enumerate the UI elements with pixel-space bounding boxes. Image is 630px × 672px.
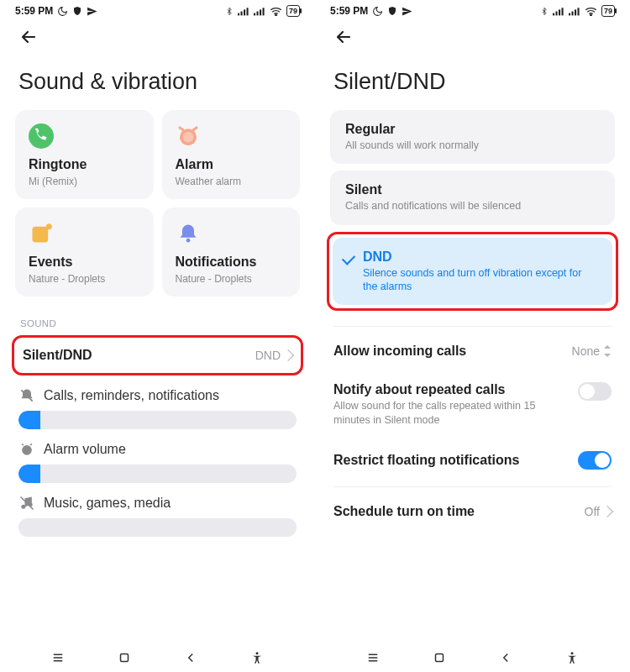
- system-nav-bar: [315, 642, 630, 672]
- nav-home-icon[interactable]: [117, 650, 132, 665]
- tile-label: Alarm: [176, 157, 287, 172]
- toggle-restrict-floating[interactable]: [578, 451, 612, 470]
- tile-ringtone[interactable]: Ringtone Mi (Remix): [15, 110, 154, 199]
- slider-alarm[interactable]: Alarm volume: [0, 434, 315, 488]
- signal-icon: [569, 7, 580, 16]
- row-title: Notify about repeated calls: [333, 382, 568, 397]
- svg-rect-37: [436, 654, 444, 662]
- battery-indicator: 79: [286, 5, 300, 17]
- signal-icon: [238, 7, 249, 16]
- svg-rect-26: [555, 11, 557, 15]
- tile-label: Notifications: [176, 255, 287, 270]
- svg-point-17: [21, 505, 25, 509]
- chevron-right-icon: [601, 506, 613, 517]
- svg-point-8: [276, 14, 277, 16]
- option-dnd[interactable]: DND Silence sounds and turn off vibratio…: [333, 238, 612, 306]
- shield-icon: [387, 6, 397, 16]
- nav-accessibility-icon[interactable]: [564, 650, 580, 665]
- svg-rect-31: [575, 9, 576, 15]
- nav-recents-icon[interactable]: [365, 650, 381, 665]
- nav-accessibility-icon[interactable]: [249, 650, 265, 665]
- row-sub: Allow sound for the calls repeated withi…: [333, 399, 568, 428]
- bluetooth-icon: [540, 6, 549, 17]
- back-icon[interactable]: [333, 27, 354, 47]
- svg-rect-5: [256, 11, 258, 15]
- slider-calls[interactable]: Calls, reminders, notifications: [0, 381, 315, 434]
- option-title: Silent: [345, 182, 600, 197]
- tile-notifications[interactable]: Notifications Nature - Droplets: [162, 207, 301, 297]
- slider-label: Calls, reminders, notifications: [44, 388, 219, 403]
- row-notify-repeated-calls[interactable]: Notify about repeated calls Allow sound …: [315, 370, 630, 439]
- nav-back-icon[interactable]: [183, 650, 198, 665]
- svg-rect-23: [121, 654, 129, 662]
- status-bar: 5:59 PM 79: [315, 0, 630, 18]
- sound-tile-grid: Ringtone Mi (Remix) Alarm Weather alarm …: [0, 110, 315, 297]
- calendar-icon: [29, 221, 54, 246]
- option-silent[interactable]: Silent Calls and notifications will be s…: [330, 171, 615, 224]
- tile-alarm[interactable]: Alarm Weather alarm: [162, 110, 301, 199]
- highlight-dnd-option: DND Silence sounds and turn off vibratio…: [327, 232, 618, 312]
- slider-label: Music, games, media: [44, 496, 171, 511]
- row-allow-incoming-calls[interactable]: Allow incoming calls None: [315, 332, 630, 370]
- nav-back-icon[interactable]: [498, 650, 513, 665]
- slider-track[interactable]: [18, 411, 297, 429]
- wifi-icon: [585, 6, 597, 16]
- tile-events[interactable]: Events Nature - Droplets: [15, 207, 154, 297]
- highlight-silent-dnd: Silent/DND DND: [12, 335, 303, 375]
- toggle-repeated-calls[interactable]: [578, 382, 612, 401]
- screen-silent-dnd: 5:59 PM 79 Silent/DND Regular All sounds…: [315, 0, 630, 672]
- svg-point-13: [46, 223, 52, 229]
- row-schedule-turn-on[interactable]: Schedule turn on time Off: [315, 492, 630, 531]
- bluetooth-icon: [225, 6, 234, 17]
- svg-rect-12: [33, 227, 49, 243]
- alarm-clock-icon: [18, 441, 35, 458]
- wifi-icon: [270, 6, 282, 16]
- nav-home-icon[interactable]: [432, 650, 447, 665]
- send-icon: [87, 6, 97, 17]
- moon-icon: [57, 6, 68, 17]
- svg-rect-30: [571, 11, 573, 15]
- svg-point-38: [570, 652, 573, 654]
- dnd-mode-options: Regular All sounds will work normally Si…: [315, 110, 630, 311]
- tile-sub: Nature - Droplets: [29, 273, 140, 285]
- section-label-sound: SOUND: [0, 297, 315, 333]
- svg-rect-25: [553, 13, 554, 15]
- moon-icon: [372, 6, 383, 17]
- back-icon[interactable]: [18, 27, 39, 47]
- svg-rect-4: [254, 13, 255, 15]
- svg-point-33: [591, 14, 592, 16]
- divider: [333, 326, 612, 327]
- phone-icon: [29, 123, 54, 149]
- svg-rect-32: [577, 8, 579, 15]
- row-title: Silent/DND: [23, 348, 92, 363]
- tile-sub: Mi (Remix): [29, 176, 140, 187]
- tile-label: Events: [29, 255, 140, 270]
- option-regular[interactable]: Regular All sounds will work normally: [330, 110, 615, 164]
- divider: [333, 486, 612, 487]
- option-sub: All sounds will work normally: [345, 139, 600, 152]
- tile-sub: Weather alarm: [176, 176, 287, 187]
- screen-sound-vibration: 5:59 PM 79 Sound & vibration Ringtone Mi…: [0, 0, 315, 672]
- status-time: 5:59 PM: [15, 5, 53, 17]
- slider-track[interactable]: [18, 518, 297, 537]
- shield-icon: [72, 6, 82, 16]
- slider-track[interactable]: [18, 465, 297, 483]
- battery-indicator: 79: [601, 5, 615, 17]
- svg-rect-29: [569, 13, 570, 15]
- alarm-clock-icon: [176, 123, 201, 149]
- page-title: Silent/DND: [315, 50, 630, 110]
- row-value: Off: [585, 505, 600, 518]
- option-title: Regular: [345, 122, 600, 137]
- row-silent-dnd[interactable]: Silent/DND DND: [14, 338, 301, 373]
- status-time: 5:59 PM: [330, 5, 368, 17]
- signal-icon: [254, 7, 265, 16]
- svg-rect-27: [559, 9, 560, 15]
- row-value: None: [572, 344, 600, 358]
- row-value: DND: [255, 349, 281, 362]
- svg-point-14: [186, 239, 190, 243]
- row-restrict-floating[interactable]: Restrict floating notifications: [315, 439, 630, 481]
- slider-media[interactable]: Music, games, media: [0, 488, 315, 542]
- nav-recents-icon[interactable]: [50, 650, 66, 665]
- svg-point-16: [22, 445, 32, 455]
- row-title: Schedule turn on time: [333, 504, 475, 519]
